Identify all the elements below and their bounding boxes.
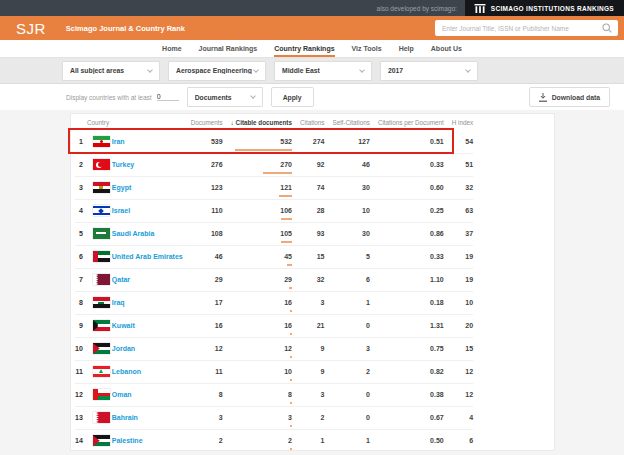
metric-value: Documents <box>195 94 232 101</box>
country-link[interactable]: Iraq <box>110 291 183 314</box>
table-row[interactable]: 6 United Arab Emirates 46 45 15 5 0.33 1… <box>75 245 473 268</box>
nav-item-country-rankings[interactable]: Country Rankings <box>274 40 334 57</box>
country-link[interactable]: Iran <box>110 130 183 153</box>
nav-item-viz-tools[interactable]: Viz Tools <box>352 40 382 57</box>
rank-cell: 9 <box>75 314 83 337</box>
main-header: SJR Scimago Journal & Country Rank <box>0 16 624 40</box>
citations-per-document-cell: 0.18 <box>370 291 444 314</box>
table-row[interactable]: 13 Bahrain 3 3 2 0 0.67 4 <box>75 406 473 429</box>
table-row[interactable]: 1 Iran 539 532 274 127 0.51 54 <box>75 130 473 153</box>
citable-value: 3 <box>288 414 292 421</box>
table-row[interactable]: 9 Kuwait 16 16 21 0 1.31 20 <box>75 314 473 337</box>
country-link[interactable]: Palestine <box>110 429 183 452</box>
sjr-logo[interactable]: SJR <box>16 20 46 37</box>
country-link[interactable]: Turkey <box>110 153 183 176</box>
self-citations-cell: 30 <box>324 222 369 245</box>
self-citations-cell: 30 <box>324 176 369 199</box>
country-flag-icon <box>93 297 110 308</box>
citations-cell: 3 <box>292 291 325 314</box>
country-link[interactable]: Lebanon <box>110 360 183 383</box>
column-header-citations[interactable]: Citations <box>292 114 325 130</box>
country-link[interactable]: United Arab Emirates <box>110 245 183 268</box>
table-row[interactable]: 10 Jordan 12 12 9 3 0.75 15 <box>75 337 473 360</box>
table-row[interactable]: 5 Saudi Arabia 108 105 93 30 0.86 37 <box>75 222 473 245</box>
search-icon[interactable] <box>602 23 612 33</box>
column-header-self-citations[interactable]: Self-Citations <box>324 114 369 130</box>
column-header-country[interactable]: Country <box>75 114 183 130</box>
year-select[interactable]: 2017 <box>380 61 478 81</box>
country-link[interactable]: Jordan <box>110 337 183 360</box>
flag-cell <box>83 199 110 222</box>
nav-item-journal-rankings[interactable]: Journal Rankings <box>199 40 258 57</box>
subject-category-select[interactable]: Aerospace Engineering <box>168 61 266 81</box>
table-row[interactable]: 3 Egypt 123 121 74 30 0.60 32 <box>75 176 473 199</box>
citations-per-document-cell: 0.67 <box>370 406 444 429</box>
citable-header-label: Citable documents <box>236 119 292 126</box>
subject-category-value: Aerospace Engineering <box>176 67 252 74</box>
documents-cell: 12 <box>183 337 223 360</box>
h-index-cell: 54 <box>444 130 473 153</box>
country-link[interactable]: Kuwait <box>110 314 183 337</box>
documents-cell: 108 <box>183 222 223 245</box>
citations-cell: 3 <box>292 383 325 406</box>
region-select[interactable]: Middle East <box>274 61 372 81</box>
country-link[interactable]: Bahrain <box>110 406 183 429</box>
country-flag-icon <box>93 320 110 331</box>
apply-button[interactable]: Apply <box>271 87 314 107</box>
flag-cell <box>83 153 110 176</box>
citable-documents-cell: 29 <box>223 268 292 291</box>
tools-bar: Display countries with at least Document… <box>0 84 624 110</box>
page-content: Country Documents ↓ Citable documents Ci… <box>0 110 624 455</box>
flag-cell <box>83 337 110 360</box>
chevron-down-icon <box>465 67 471 73</box>
country-link[interactable]: Qatar <box>110 268 183 291</box>
column-header-documents[interactable]: Documents <box>183 114 223 130</box>
citable-documents-cell: 270 <box>223 153 292 176</box>
nav-item-help[interactable]: Help <box>399 40 414 57</box>
citable-documents-cell: 8 <box>223 383 292 406</box>
column-header-h-index[interactable]: H index <box>444 114 473 130</box>
h-index-cell: 63 <box>444 199 473 222</box>
citable-value: 121 <box>280 184 292 191</box>
flag-cell <box>83 245 110 268</box>
flag-cell <box>83 383 110 406</box>
citable-bar <box>289 287 292 289</box>
citations-cell: 274 <box>292 130 325 153</box>
country-link[interactable]: Israel <box>110 199 183 222</box>
column-header-citations-per-document[interactable]: Citations per Document <box>370 114 444 130</box>
country-link[interactable]: Saudi Arabia <box>110 222 183 245</box>
table-row[interactable]: 7 Qatar 29 29 32 6 1.10 19 <box>75 268 473 291</box>
h-index-cell: 20 <box>444 314 473 337</box>
country-flag-icon <box>93 389 110 400</box>
citations-cell: 2 <box>292 406 325 429</box>
citations-cell: 92 <box>292 153 325 176</box>
metric-select[interactable]: Documents <box>187 87 263 107</box>
table-row[interactable]: 8 Iraq 17 16 3 1 0.18 10 <box>75 291 473 314</box>
journal-search-input[interactable] <box>435 25 602 32</box>
min-documents-input[interactable] <box>157 93 179 101</box>
scimago-institutions-rankings-link[interactable]: SCIMAGO INSTITUTIONS RANKINGS <box>465 0 624 16</box>
citations-per-document-cell: 0.50 <box>370 429 444 452</box>
nav-item-about-us[interactable]: About Us <box>431 40 462 57</box>
table-row[interactable]: 12 Oman 8 8 3 0 0.38 12 <box>75 383 473 406</box>
country-table-body: 1 Iran 539 532 274 127 0.51 54 2 Turkey … <box>75 130 473 452</box>
citable-bar <box>290 356 292 358</box>
h-index-cell: 4 <box>444 406 473 429</box>
citable-value: 105 <box>280 230 292 237</box>
citations-per-document-cell: 0.86 <box>370 222 444 245</box>
h-index-cell: 12 <box>444 383 473 406</box>
table-row[interactable]: 2 Turkey 276 270 92 46 0.33 51 <box>75 153 473 176</box>
column-header-citable-documents[interactable]: ↓ Citable documents <box>223 114 292 130</box>
subject-area-select[interactable]: All subject areas <box>62 61 160 81</box>
download-data-button[interactable]: Download data <box>529 87 610 107</box>
country-link[interactable]: Egypt <box>110 176 183 199</box>
documents-cell: 3 <box>183 406 223 429</box>
h-index-cell: 19 <box>444 245 473 268</box>
country-link[interactable]: Oman <box>110 383 183 406</box>
table-header-row: Country Documents ↓ Citable documents Ci… <box>75 114 473 130</box>
table-row[interactable]: 4 Israel 110 106 28 10 0.25 63 <box>75 199 473 222</box>
table-row[interactable]: 11 Lebanon 11 10 9 2 0.82 12 <box>75 360 473 383</box>
flag-cell <box>83 176 110 199</box>
nav-item-home[interactable]: Home <box>162 40 181 57</box>
table-row[interactable]: 14 Palestine 2 2 1 1 0.50 6 <box>75 429 473 452</box>
